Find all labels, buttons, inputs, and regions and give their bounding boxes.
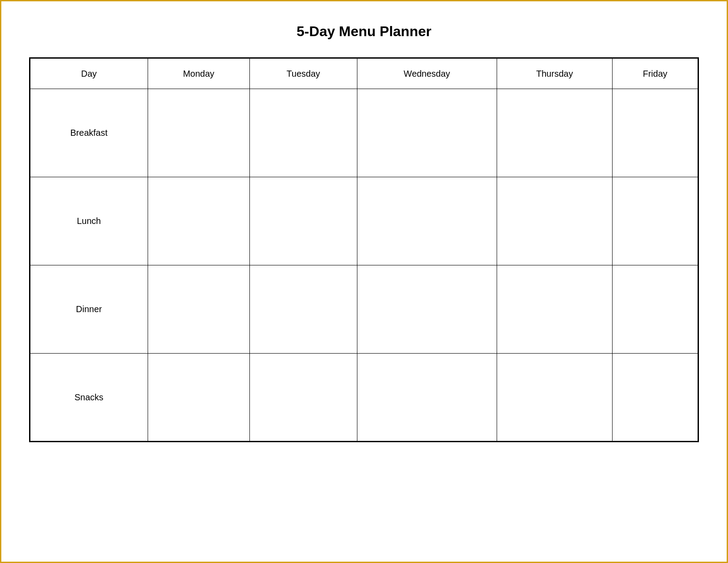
cell-snacks-thursday[interactable] xyxy=(497,354,612,442)
header-tuesday: Tuesday xyxy=(250,58,357,89)
page-container: 5-Day Menu Planner Day Monday Tuesday We… xyxy=(11,10,717,455)
cell-dinner-thursday[interactable] xyxy=(497,265,612,354)
cell-breakfast-thursday[interactable] xyxy=(497,89,612,177)
planner-table: Day Monday Tuesday Wednesday Thursday Fr… xyxy=(29,57,699,442)
row-dinner: Dinner xyxy=(30,265,698,354)
cell-snacks-wednesday[interactable] xyxy=(357,354,497,442)
meal-label-lunch: Lunch xyxy=(30,177,148,265)
meal-label-breakfast: Breakfast xyxy=(30,89,148,177)
cell-breakfast-monday[interactable] xyxy=(148,89,250,177)
header-wednesday: Wednesday xyxy=(357,58,497,89)
cell-snacks-monday[interactable] xyxy=(148,354,250,442)
cell-dinner-wednesday[interactable] xyxy=(357,265,497,354)
header-day: Day xyxy=(30,58,148,89)
header-friday: Friday xyxy=(613,58,698,89)
cell-lunch-thursday[interactable] xyxy=(497,177,612,265)
cell-dinner-tuesday[interactable] xyxy=(250,265,357,354)
cell-dinner-monday[interactable] xyxy=(148,265,250,354)
cell-lunch-tuesday[interactable] xyxy=(250,177,357,265)
header-row: Day Monday Tuesday Wednesday Thursday Fr… xyxy=(30,58,698,89)
cell-lunch-monday[interactable] xyxy=(148,177,250,265)
header-monday: Monday xyxy=(148,58,250,89)
row-lunch: Lunch xyxy=(30,177,698,265)
page-title: 5-Day Menu Planner xyxy=(29,23,699,40)
cell-breakfast-wednesday[interactable] xyxy=(357,89,497,177)
row-breakfast: Breakfast xyxy=(30,89,698,177)
cell-dinner-friday[interactable] xyxy=(613,265,698,354)
cell-snacks-friday[interactable] xyxy=(613,354,698,442)
row-snacks: Snacks xyxy=(30,354,698,442)
cell-breakfast-friday[interactable] xyxy=(613,89,698,177)
cell-lunch-friday[interactable] xyxy=(613,177,698,265)
meal-label-dinner: Dinner xyxy=(30,265,148,354)
header-thursday: Thursday xyxy=(497,58,612,89)
cell-breakfast-tuesday[interactable] xyxy=(250,89,357,177)
cell-lunch-wednesday[interactable] xyxy=(357,177,497,265)
meal-label-snacks: Snacks xyxy=(30,354,148,442)
cell-snacks-tuesday[interactable] xyxy=(250,354,357,442)
